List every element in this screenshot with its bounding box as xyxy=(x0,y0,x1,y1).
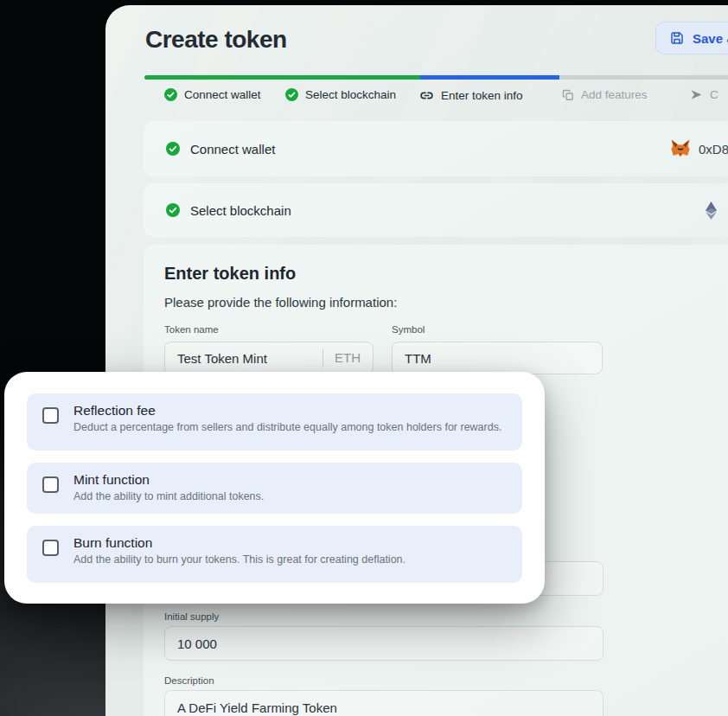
progress-segment-active xyxy=(420,75,559,80)
step-label: Add features xyxy=(581,88,648,101)
option-title: Reflection fee xyxy=(73,403,501,419)
copy-icon xyxy=(562,89,574,101)
progress-segment-remaining xyxy=(559,75,728,80)
save-floppy-icon xyxy=(669,30,685,46)
step-select-blockchain[interactable]: Select blockchain xyxy=(285,88,396,101)
stepper: Connect wallet Select blockchain Enter t… xyxy=(105,88,728,109)
option-description: Add the ability to burn your tokens. Thi… xyxy=(73,553,406,566)
check-circle-icon xyxy=(164,88,177,101)
token-name-label: Token name xyxy=(164,324,219,335)
token-name-suffix: ETH xyxy=(322,348,361,368)
accordion-label: Connect wallet xyxy=(190,142,275,157)
step-label: Enter token info xyxy=(441,89,523,102)
description-input[interactable]: A DeFi Yield Farming Token xyxy=(164,690,603,716)
check-circle-icon xyxy=(285,88,298,101)
option-burn-function[interactable]: Burn function Add the ability to burn yo… xyxy=(27,526,522,583)
check-circle-icon xyxy=(166,203,180,217)
initial-supply-label: Initial supply xyxy=(164,611,219,622)
mint-function-checkbox[interactable] xyxy=(42,476,59,493)
initial-supply-value: 10 000 xyxy=(177,636,217,651)
create-token-panel: Create token Save & Connect wallet xyxy=(105,5,728,716)
step-confirm[interactable]: C xyxy=(690,88,718,101)
link-icon xyxy=(419,88,434,103)
description-value: A DeFi Yield Farming Token xyxy=(177,700,337,715)
progress-segment-done xyxy=(144,75,420,80)
step-label: Connect wallet xyxy=(184,88,261,101)
accordion-connect-wallet[interactable]: Connect wallet 0xD8 xyxy=(144,121,728,176)
accordion-select-blockchain[interactable]: Select blockchain xyxy=(144,183,728,237)
step-connect-wallet[interactable]: Connect wallet xyxy=(164,88,261,101)
option-title: Mint function xyxy=(73,472,264,488)
save-button[interactable]: Save & xyxy=(655,22,728,54)
check-circle-icon xyxy=(166,142,180,156)
add-features-popover: Reflection fee Deduct a percentage from … xyxy=(4,372,545,604)
app-background: Create token Save & Connect wallet xyxy=(0,0,728,716)
burn-function-checkbox[interactable] xyxy=(42,540,59,556)
wallet-address: 0xD8 xyxy=(699,142,728,157)
metamask-fox-icon xyxy=(670,139,691,158)
accordion-label: Select blockchain xyxy=(190,203,291,218)
arrow-right-icon xyxy=(690,88,703,101)
section-heading: Enter token info xyxy=(164,264,296,284)
ethereum-icon xyxy=(706,201,717,220)
option-mint-function[interactable]: Mint function Add the ability to mint ad… xyxy=(27,463,522,514)
description-label: Description xyxy=(164,675,214,686)
initial-supply-input[interactable]: 10 000 xyxy=(164,626,603,661)
step-enter-token-info[interactable]: Enter token info xyxy=(419,88,523,103)
symbol-input[interactable]: TTM xyxy=(392,342,603,374)
token-name-input[interactable]: Test Token Mint ETH xyxy=(164,342,374,374)
section-subheading: Please provide the following information… xyxy=(164,295,397,310)
symbol-value: TTM xyxy=(405,351,431,366)
option-reflection-fee[interactable]: Reflection fee Deduct a percentage from … xyxy=(27,393,522,451)
token-name-value: Test Token Mint xyxy=(177,351,267,366)
step-label: C xyxy=(710,88,718,101)
progress-bar xyxy=(144,75,728,80)
reflection-fee-checkbox[interactable] xyxy=(42,407,59,424)
option-description: Add the ability to mint additional token… xyxy=(73,490,264,502)
page-title: Create token xyxy=(145,26,287,54)
step-add-features[interactable]: Add features xyxy=(562,88,648,101)
step-label: Select blockchain xyxy=(305,88,396,101)
option-title: Burn function xyxy=(73,535,406,551)
symbol-label: Symbol xyxy=(392,324,425,335)
option-description: Deduct a percentage from sellers and dis… xyxy=(73,421,501,433)
save-button-label: Save & xyxy=(693,31,728,46)
